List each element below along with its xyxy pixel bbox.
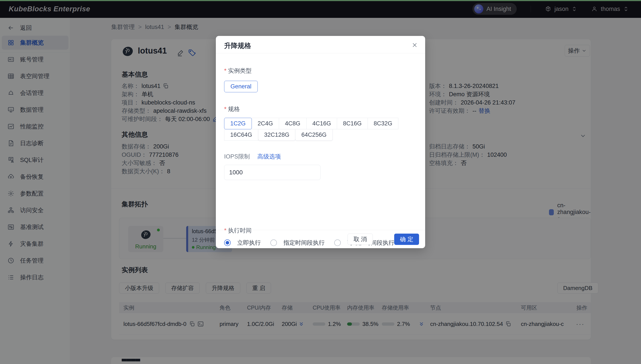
resize-spec-modal: 升降规格 实例类型 General 规格 1C2G 2C4G 4C8G 4C16… xyxy=(216,36,425,248)
cancel-button[interactable]: 取 消 xyxy=(348,234,373,245)
modal-title: 升降规格 xyxy=(224,41,251,50)
close-icon[interactable] xyxy=(411,42,418,50)
spec-option-4c16g[interactable]: 4C16G xyxy=(306,118,337,129)
iops-row: IOPS限制 高级选项 xyxy=(224,152,281,160)
instance-type-label: 实例类型 xyxy=(224,67,252,75)
spec-option-1c2g[interactable]: 1C2G xyxy=(224,118,252,129)
iops-label: IOPS限制 xyxy=(224,152,250,160)
spec-option-8c32g[interactable]: 8C32G xyxy=(368,118,398,129)
modal-header: 升降规格 xyxy=(216,36,425,53)
confirm-button[interactable]: 确 定 xyxy=(394,234,419,245)
modal-footer: 取 消 确 定 xyxy=(216,230,425,248)
iops-input[interactable] xyxy=(224,165,320,180)
spec-option-32c128g[interactable]: 32C128G xyxy=(258,129,296,141)
spec-option-2c4g[interactable]: 2C4G xyxy=(252,118,279,129)
instance-type-option-general[interactable]: General xyxy=(224,81,258,92)
spec-label: 规格 xyxy=(224,105,240,113)
spec-option-4c8g[interactable]: 4C8G xyxy=(279,118,307,129)
spec-option-64c256g[interactable]: 64C256G xyxy=(295,129,333,141)
spec-options-group: 1C2G 2C4G 4C8G 4C16G 8C16G 8C32G 16C64G … xyxy=(224,118,412,140)
spec-option-8c16g[interactable]: 8C16G xyxy=(337,118,368,129)
advanced-options-link[interactable]: 高级选项 xyxy=(258,152,281,160)
spec-option-16c64g[interactable]: 16C64G xyxy=(224,129,258,141)
